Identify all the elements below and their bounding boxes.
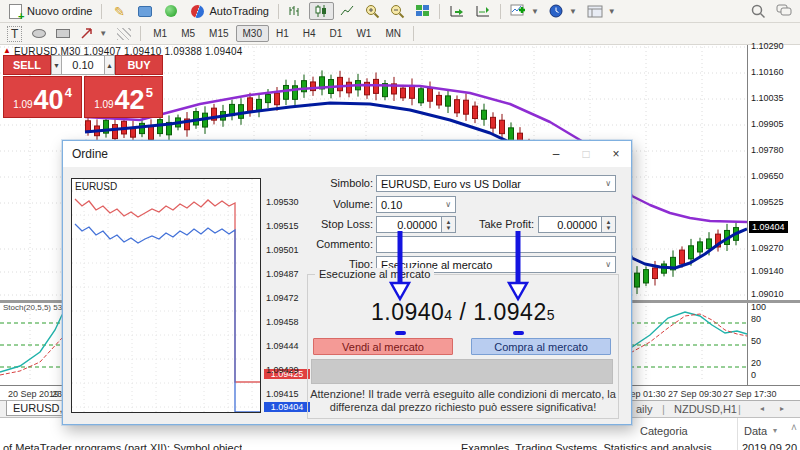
timeframe-d1[interactable]: D1 — [323, 25, 350, 42]
autotrading-icon — [189, 3, 205, 19]
timeframe-m5[interactable]: M5 — [174, 25, 202, 42]
timeframe-h4[interactable]: H4 — [296, 25, 323, 42]
price-axis-label: 1.10160 — [751, 67, 797, 77]
volume-increase-button[interactable]: ▲ — [104, 55, 115, 75]
ellipse-tool-button[interactable] — [28, 28, 50, 39]
column-divider — [737, 418, 738, 450]
tile-windows-button[interactable] — [411, 3, 434, 19]
tab-daily-partial[interactable]: aily — [636, 403, 653, 415]
sell-price-box[interactable]: 1.09 40 4 — [3, 76, 82, 118]
timeframe-bar: M1M5M15M30H1H4D1W1MN — [146, 25, 408, 42]
ellipse-icon — [32, 29, 46, 38]
execution-group-label: Esecuzione al mercato — [315, 268, 434, 280]
channel-tool-button[interactable] — [113, 27, 135, 41]
add-indicator-button[interactable]: ▼ — [506, 3, 543, 19]
price-axis-label: 1.09140 — [751, 266, 797, 276]
take-profit-spinner[interactable]: ▲▼ — [602, 216, 616, 233]
tabs-scroll-left-icon[interactable]: ◂ — [760, 404, 772, 413]
chart-shift-icon — [475, 4, 491, 18]
take-profit-input[interactable]: 0.00000 — [538, 216, 602, 233]
tick-axis-label: 1.09487 — [266, 269, 318, 279]
sell-by-market-button[interactable]: Vendi al mercato — [313, 338, 453, 355]
price-separator: / — [453, 299, 474, 325]
symbol-select[interactable]: EURUSD, Euro vs US Dollar ∨ — [376, 175, 616, 192]
chevron-down-icon: ▼ — [608, 7, 616, 16]
tabs-scroll-right-icon[interactable]: ▸ — [780, 404, 792, 413]
template-menu-button[interactable]: ▼ — [583, 4, 620, 19]
tick-axis-label: 1.09458 — [266, 317, 318, 327]
timeframe-m15[interactable]: M15 — [202, 25, 235, 42]
timeframe-m30[interactable]: M30 — [236, 25, 269, 42]
candlestick-icon — [314, 4, 329, 18]
divider — [278, 4, 279, 19]
timeframe-menu-button[interactable]: ▼ — [545, 3, 581, 20]
tab-nzdusd-h1[interactable]: NZDUSD,H1 — [674, 403, 737, 415]
stochastic-label: Stoch(20,5,5) 53.0 — [3, 303, 63, 312]
price-axis-label: 1.09905 — [751, 119, 797, 129]
one-click-trading-panel: SELL ▼ 0.10 ▲ BUY 1.09 40 4 1.09 42 5 — [3, 55, 163, 118]
price-axis-label: 1.09650 — [751, 171, 797, 181]
auto-scroll-button[interactable] — [445, 3, 469, 19]
bid-price-pipette: 4 — [444, 307, 452, 323]
stoch-axis-label: 0 — [751, 370, 797, 380]
new-order-button[interactable]: + Nuovo ordine — [3, 2, 96, 20]
timeframe-mn[interactable]: MN — [378, 25, 408, 42]
toolbar-main: + Nuovo ordine ✎ AutoTrading ▼ ▼ ▼ — [0, 0, 800, 23]
column-categoria[interactable]: Categoria — [640, 425, 688, 437]
stoch-axis-label: 20 — [751, 358, 797, 368]
line-chart-button[interactable] — [336, 3, 359, 19]
sort-icon[interactable]: ▾ — [773, 426, 777, 435]
autotrading-button[interactable]: AutoTrading — [185, 2, 273, 20]
article-title-cell[interactable]: of MetaTrader programs (part XII): Symbo… — [3, 442, 242, 450]
tick-axis-label: 1.09472 — [266, 293, 318, 303]
zoom-out-button[interactable] — [386, 3, 409, 20]
sell-button[interactable]: SELL — [3, 55, 51, 75]
scrollbar-up-icon[interactable]: ˄ — [791, 422, 797, 433]
chevron-down-icon: ▼ — [569, 7, 577, 16]
column-data[interactable]: Data — [744, 425, 767, 437]
bid-price-badge: 1.09404 — [264, 402, 310, 412]
chart-shift-button[interactable] — [471, 3, 495, 19]
chevron-down-icon: ∨ — [445, 200, 451, 209]
data-window-button[interactable] — [133, 2, 157, 20]
buy-by-market-button[interactable]: Compra al mercato — [471, 338, 611, 355]
dialog-title: Ordine — [72, 147, 541, 161]
rectangle-tool-button[interactable] — [52, 28, 74, 39]
bid-price: 1.0940 — [371, 299, 444, 325]
minimize-icon[interactable]: – — [541, 143, 571, 165]
axis-separator — [747, 45, 748, 385]
close-icon[interactable]: × — [601, 143, 631, 165]
price-axis-label: 1.09270 — [751, 243, 797, 253]
styler-button[interactable]: ✎ — [107, 2, 131, 20]
chat-button[interactable] — [772, 3, 797, 19]
buy-price-box[interactable]: 1.09 42 5 — [84, 76, 163, 118]
tab-separator: | — [662, 403, 665, 415]
tick-axis-label: 1.09501 — [266, 245, 318, 255]
text-tool-button[interactable]: T — [3, 25, 26, 43]
ask-price: 1.0942 — [473, 299, 546, 325]
timeframe-m1[interactable]: M1 — [146, 25, 174, 42]
arrow-tool-icon — [80, 27, 94, 40]
volume-decrease-button[interactable]: ▼ — [51, 55, 62, 75]
line-chart-icon — [340, 4, 355, 18]
tab-separator: | — [738, 403, 741, 415]
buy-button[interactable]: BUY — [115, 55, 163, 75]
signals-button[interactable] — [159, 2, 183, 20]
timeframe-h1[interactable]: H1 — [269, 25, 296, 42]
volume-input[interactable]: 0.10 — [62, 55, 104, 75]
timeframe-w1[interactable]: W1 — [349, 25, 378, 42]
volume-select[interactable]: 0.10 ∨ — [376, 196, 456, 213]
zoom-in-button[interactable] — [361, 3, 384, 20]
bar-chart-button[interactable] — [284, 3, 307, 19]
article-category-cell[interactable]: Examples, Trading Systems, Statistics an… — [461, 442, 712, 450]
dialog-titlebar[interactable]: Ordine – □ × — [63, 141, 631, 167]
stoch-axis-label: 100 — [751, 302, 797, 312]
comment-input[interactable] — [376, 236, 616, 253]
search-button[interactable] — [747, 3, 770, 20]
arrows-tool-button[interactable]: ▼ — [76, 26, 111, 41]
candlestick-button[interactable] — [309, 2, 334, 20]
article-date-cell[interactable]: 2019.09.20 — [742, 442, 797, 450]
tick-axis-label: 1.09429 — [266, 365, 318, 375]
symbol-label: Simbolo: — [245, 177, 373, 189]
tile-windows-icon — [415, 4, 430, 18]
